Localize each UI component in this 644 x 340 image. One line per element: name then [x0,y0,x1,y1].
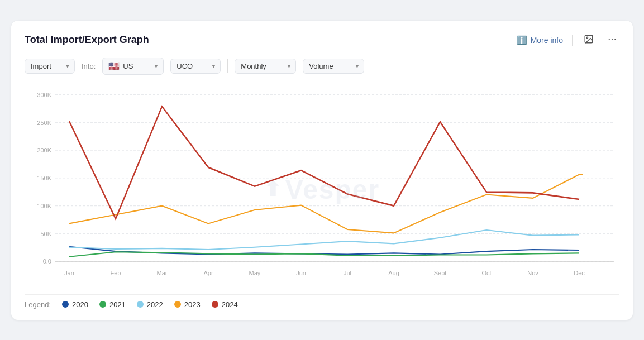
svg-text:0.0: 0.0 [43,258,51,265]
more-info-label: More info [531,36,563,45]
line-2020 [69,246,579,254]
legend-year-2023: 2023 [184,300,201,309]
country-flag: 🇺🇸 [108,61,120,71]
svg-text:Nov: Nov [527,269,538,276]
legend-area: Legend: 2020 2021 2022 2023 2024 [25,294,619,309]
legend-item-2023: 2023 [174,300,201,309]
card-header: Total Import/Export Graph ℹ️ More info [25,32,619,49]
legend-year-2022: 2022 [147,300,163,309]
line-2021 [69,252,579,256]
header-divider [572,35,573,46]
commodity-filter[interactable]: UCO Other ▼ [170,59,221,74]
legend-year-2020: 2020 [72,300,88,309]
svg-text:Sept: Sept [434,269,447,276]
legend-item-2020: 2020 [62,300,88,309]
svg-text:300K: 300K [37,91,51,98]
legend-dot-2020 [62,301,69,308]
filters-bar: Import Export ▼ Into: 🇺🇸 US ▼ UCO Other … [25,58,619,83]
filter-divider [227,59,228,73]
svg-text:Jan: Jan [64,269,74,276]
svg-text:Dec: Dec [574,269,585,276]
legend-dot-2022 [137,301,144,308]
svg-text:Jun: Jun [296,269,306,276]
svg-text:May: May [249,269,261,276]
legend-dot-2024 [212,301,218,308]
svg-point-1 [586,37,588,38]
into-label: Into: [82,62,96,70]
svg-text:Aug: Aug [388,269,399,276]
legend-label: Legend: [25,300,51,309]
country-select[interactable]: 🇺🇸 US ▼ [102,58,164,75]
legend-year-2024: 2024 [222,300,238,309]
unit-filter[interactable]: Volume Value ▼ [303,59,364,74]
svg-point-2 [609,38,610,39]
country-name: US [123,62,133,70]
legend-dot-2023 [174,301,181,308]
image-icon [584,34,594,44]
svg-text:150K: 150K [37,174,51,181]
more-options-button[interactable] [605,32,619,49]
country-filter[interactable]: 🇺🇸 US ▼ [102,58,164,75]
unit-select[interactable]: Volume Value [303,59,364,74]
legend-item-2022: 2022 [137,300,163,309]
svg-text:Oct: Oct [481,269,492,276]
svg-text:Jul: Jul [344,269,351,276]
legend-item-2024: 2024 [212,300,238,309]
line-2024 [69,106,579,218]
more-info-button[interactable]: ℹ️ More info [517,35,563,45]
commodity-select[interactable]: UCO Other [170,59,221,74]
svg-text:50K: 50K [40,230,51,237]
line-chart: 300K 250K 200K 150K 100K 50K 0.0 Jan Feb… [25,89,619,290]
svg-text:Mar: Mar [157,269,168,276]
svg-text:100K: 100K [37,202,51,209]
country-select-arrow: ▼ [153,63,159,69]
svg-point-4 [614,38,616,39]
legend-year-2021: 2021 [109,300,126,309]
line-2022 [69,230,579,250]
legend-item-2021: 2021 [99,300,126,309]
page-title: Total Import/Export Graph [25,34,149,46]
svg-text:Apr: Apr [203,269,213,276]
ellipsis-icon [607,34,617,44]
svg-point-3 [612,38,613,39]
header-actions: ℹ️ More info [517,32,619,49]
chart-area: ⬆ Vesper 300K 250K 200K 150K 100K 50K 0.… [25,89,619,290]
frequency-filter[interactable]: Monthly Weekly Daily ▼ [235,59,296,74]
image-icon-button[interactable] [581,32,596,49]
svg-text:200K: 200K [37,147,51,154]
type-select[interactable]: Import Export [25,59,75,74]
main-card: Total Import/Export Graph ℹ️ More info [11,21,633,320]
type-filter[interactable]: Import Export ▼ [25,59,75,74]
info-icon: ℹ️ [517,35,527,45]
svg-text:Feb: Feb [111,269,121,276]
svg-text:250K: 250K [37,119,51,126]
legend-dot-2021 [99,301,106,308]
frequency-select[interactable]: Monthly Weekly Daily [235,59,296,74]
